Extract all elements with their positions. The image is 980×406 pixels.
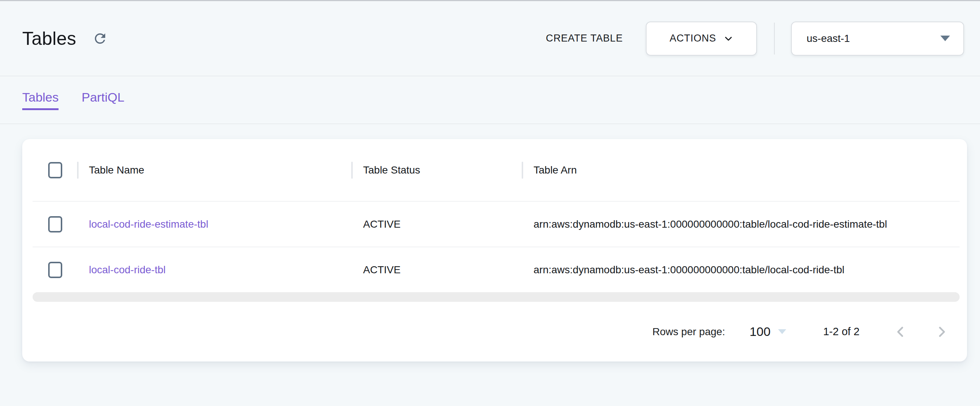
chevron-right-icon <box>935 326 948 338</box>
table-row: local-cod-ride-estimate-tbl ACTIVE arn:a… <box>33 201 959 246</box>
header-vertical-divider <box>774 22 775 54</box>
header-title-group: Tables <box>22 28 110 49</box>
row-select-cell <box>33 262 77 278</box>
row-select-cell <box>33 216 77 232</box>
tables-card: Table Name Table Status Table Arn local-… <box>22 139 967 361</box>
column-header-table-arn: Table Arn <box>522 139 959 201</box>
rows-per-page-label: Rows per page: <box>652 326 725 338</box>
actions-dropdown-button[interactable]: ACTIONS <box>646 21 757 56</box>
column-header-label: Table Status <box>353 164 420 176</box>
chevron-left-icon <box>894 326 907 338</box>
row-checkbox[interactable] <box>48 262 62 278</box>
region-select-value: us-east-1 <box>807 33 850 45</box>
tab-tables[interactable]: Tables <box>22 90 59 110</box>
table-name-cell: local-cod-ride-estimate-tbl <box>77 218 351 230</box>
actions-dropdown-label: ACTIONS <box>670 33 716 44</box>
select-all-cell <box>33 162 77 178</box>
table-row: local-cod-ride-tbl ACTIVE arn:aws:dynamo… <box>33 246 959 292</box>
table-status-cell: ACTIVE <box>351 218 522 230</box>
table-arn-cell: arn:aws:dynamodb:us-east-1:000000000000:… <box>522 264 959 276</box>
pagination-range-label: 1-2 of 2 <box>823 326 859 338</box>
chevron-down-icon <box>724 34 733 43</box>
previous-page-button[interactable] <box>892 323 909 340</box>
create-table-button[interactable]: CREATE TABLE <box>546 33 623 44</box>
column-header-table-status: Table Status <box>351 139 522 201</box>
table-name-link[interactable]: local-cod-ride-estimate-tbl <box>89 218 208 230</box>
rows-per-page-value: 100 <box>749 324 771 339</box>
region-select[interactable]: us-east-1 <box>791 21 964 56</box>
horizontal-scrollbar[interactable] <box>33 292 959 302</box>
column-header-label: Table Name <box>78 164 144 176</box>
next-page-button[interactable] <box>933 323 950 340</box>
tab-bar: Tables PartiQL <box>0 77 980 124</box>
select-all-checkbox[interactable] <box>48 162 62 178</box>
table-header-row: Table Name Table Status Table Arn <box>33 139 959 201</box>
page-header: Tables CREATE TABLE ACTIONS us-east-1 <box>0 1 980 77</box>
page-title: Tables <box>22 28 76 49</box>
table-arn-cell: arn:aws:dynamodb:us-east-1:000000000000:… <box>522 218 959 230</box>
column-header-label: Table Arn <box>523 164 577 176</box>
refresh-button[interactable] <box>91 29 110 48</box>
refresh-icon <box>92 31 108 46</box>
table-name-cell: local-cod-ride-tbl <box>77 264 351 276</box>
table-name-link[interactable]: local-cod-ride-tbl <box>89 264 165 275</box>
table-status-cell: ACTIVE <box>351 264 522 276</box>
row-checkbox[interactable] <box>48 216 62 232</box>
rows-per-page-select[interactable]: 100 <box>749 324 786 339</box>
column-header-table-name: Table Name <box>77 139 351 201</box>
caret-down-icon <box>778 329 786 334</box>
pagination-bar: Rows per page: 100 1-2 of 2 <box>33 302 959 361</box>
tab-partiql[interactable]: PartiQL <box>81 90 124 110</box>
header-actions-group: CREATE TABLE ACTIONS us-east-1 <box>546 21 964 56</box>
caret-down-icon <box>940 35 950 41</box>
